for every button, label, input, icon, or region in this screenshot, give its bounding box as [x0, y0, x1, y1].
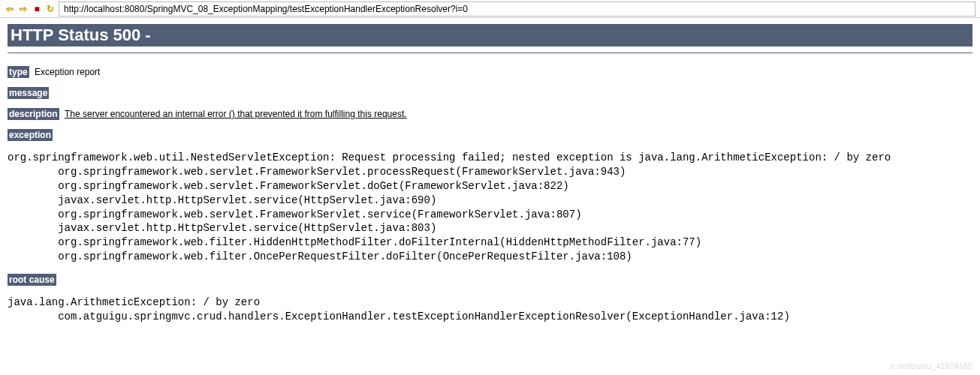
description-value: The server encountered an internal error… — [65, 109, 407, 119]
description-label: description — [8, 108, 59, 120]
message-line: message — [8, 88, 972, 98]
refresh-icon[interactable]: ↻ — [45, 4, 56, 14]
back-icon[interactable]: ⇦ — [5, 4, 15, 14]
exception-line: exception — [8, 130, 972, 140]
url-input[interactable] — [59, 2, 975, 16]
root-cause-line: root cause — [8, 274, 972, 285]
exception-label: exception — [8, 129, 53, 141]
root-cause-label: root cause — [8, 274, 56, 286]
exception-stacktrace: org.springframework.web.util.NestedServl… — [8, 151, 972, 264]
browser-toolbar: ⇦ ⇨ ■ ↻ — [0, 0, 980, 18]
description-line: description The server encountered an in… — [8, 109, 972, 119]
page-body: HTTP Status 500 - type Exception report … — [0, 18, 980, 340]
type-line: type Exception report — [8, 67, 972, 77]
root-cause-stacktrace: java.lang.ArithmeticException: / by zero… — [8, 296, 972, 324]
type-label: type — [8, 66, 29, 78]
divider — [8, 52, 972, 53]
stop-icon[interactable]: ■ — [32, 4, 42, 14]
type-value: Exception report — [35, 67, 100, 77]
forward-icon[interactable]: ⇨ — [18, 4, 29, 14]
message-label: message — [8, 87, 49, 99]
status-header: HTTP Status 500 - — [8, 24, 972, 46]
